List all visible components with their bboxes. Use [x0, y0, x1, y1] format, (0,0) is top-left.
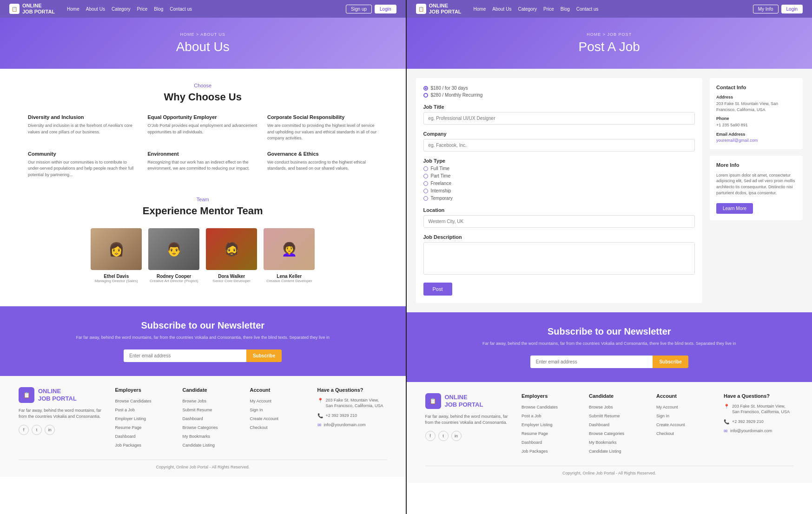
right-link-my-account[interactable]: My Account — [656, 405, 678, 409]
right-myinfo-button[interactable]: My Info — [753, 5, 779, 13]
left-link-dashboard[interactable]: Dashboard — [115, 434, 136, 439]
left-link-my-account[interactable]: My Account — [250, 399, 272, 403]
right-nav-blog[interactable]: Blog — [561, 7, 570, 12]
company-input[interactable] — [423, 139, 695, 152]
right-account-links: My Account Sign In Create Account Checko… — [656, 403, 714, 436]
post-button[interactable]: Post — [423, 283, 452, 296]
left-nav-about[interactable]: About Us — [86, 7, 105, 12]
right-account-title: Account — [656, 393, 714, 399]
left-login-button[interactable]: Login — [375, 5, 396, 13]
left-nav-blog[interactable]: Blog — [154, 7, 163, 12]
team-name-2: Rodney Cooper — [148, 274, 199, 279]
job-title-label: Job Title — [423, 104, 695, 110]
left-nav-contact[interactable]: Contact us — [170, 7, 192, 12]
learn-more-button[interactable]: Learn More — [716, 203, 753, 214]
left-twitter-icon[interactable]: t — [32, 425, 42, 435]
left-link-submit-resume[interactable]: Submit Resume — [183, 408, 212, 412]
left-link-browse-candidates[interactable]: Browse Candidates — [115, 399, 152, 403]
left-subscribe-button[interactable]: Subscribe — [246, 349, 282, 362]
left-footer-questions: Have a Questions? 📍 203 Fake St. Mountai… — [317, 387, 387, 450]
radio-temporary[interactable] — [423, 196, 428, 201]
left-link-bookmarks[interactable]: My Bookmarks — [183, 434, 211, 439]
feature-equal-opportunity: Equal Opportunity Employer O'Job Portal … — [148, 114, 258, 142]
right-link-browse-candidates[interactable]: Browse Candidates — [522, 405, 558, 409]
left-page: 📋 ONLINE JOB PORTAL Home About Us Catego… — [0, 0, 406, 514]
left-facebook-icon[interactable]: f — [19, 425, 29, 435]
right-twitter-icon[interactable]: t — [438, 431, 449, 441]
right-link-resume-page[interactable]: Resume Page — [522, 431, 548, 436]
right-link-sign-in[interactable]: Sign In — [656, 414, 669, 418]
left-link-resume-page[interactable]: Resume Page — [115, 425, 142, 430]
right-candidate-title: Candidate — [589, 393, 647, 399]
right-link-job-packages[interactable]: Job Packages — [522, 449, 548, 454]
left-link-post-job[interactable]: Post a Job — [115, 408, 135, 412]
right-link-browse-categories[interactable]: Browse Categories — [589, 431, 624, 436]
right-facebook-icon[interactable]: f — [425, 431, 436, 441]
left-questions-title: Have a Questions? — [317, 387, 387, 393]
left-newsletter-subtitle: Far far away, behind the word mountains,… — [28, 335, 378, 341]
right-footer-employers: Employers Browse Candidates Post a Job E… — [522, 393, 580, 456]
left-link-cand-dashboard[interactable]: Dashboard — [183, 416, 203, 421]
radio-full-time[interactable] — [423, 166, 428, 171]
right-nav-category[interactable]: Category — [518, 7, 537, 12]
right-link-checkout[interactable]: Checkout — [656, 431, 674, 436]
right-nav-about[interactable]: About Us — [492, 7, 511, 12]
right-instagram-icon[interactable]: in — [451, 431, 462, 441]
right-email-input[interactable] — [530, 356, 653, 368]
right-link-create-account[interactable]: Create Account — [656, 422, 685, 427]
left-signup-button[interactable]: Sign up — [346, 5, 372, 13]
right-nav-price[interactable]: Price — [543, 7, 554, 12]
right-hero-title: Post A Job — [579, 40, 640, 54]
left-link-browse-categories[interactable]: Browse Categories — [183, 425, 218, 430]
right-link-post-job[interactable]: Post a Job — [522, 414, 541, 418]
left-link-checkout[interactable]: Checkout — [250, 425, 268, 430]
right-link-employer-listing[interactable]: Employer Listing — [522, 422, 553, 427]
team-name-4: Lena Keller — [264, 274, 315, 279]
job-desc-textarea[interactable] — [423, 242, 695, 275]
right-link-submit-resume[interactable]: Submitt Resume — [589, 414, 620, 418]
right-footer-candidate: Candidate Browse Jobs Submitt Resume Das… — [589, 393, 647, 456]
right-logo-icon: 📋 — [416, 4, 426, 14]
left-team-label: Team — [28, 197, 378, 202]
right-footer-logo-icon: 📋 — [425, 393, 441, 409]
location-input[interactable] — [423, 215, 695, 228]
left-link-job-packages[interactable]: Job Packages — [115, 443, 142, 448]
plan-radio-1[interactable] — [423, 86, 428, 91]
radio-internship[interactable] — [423, 189, 428, 193]
left-footer-grid: 📋 ONLINE JOB PORTAL Far far away, behind… — [19, 387, 387, 450]
left-navbar: 📋 ONLINE JOB PORTAL Home About Us Catego… — [0, 0, 406, 18]
plan-option-2: $280 / Monthly Recurring — [423, 92, 695, 98]
right-link-candidate-listing[interactable]: Candidate Listing — [589, 449, 621, 454]
left-footer-logo: 📋 ONLINE JOB PORTAL — [19, 387, 106, 403]
plan-radio-2[interactable] — [423, 93, 428, 98]
left-nav-category[interactable]: Category — [112, 7, 131, 12]
right-subscribe-button[interactable]: Subscribe — [653, 356, 688, 368]
right-footer-email: ✉ info@yourdomain.com — [724, 428, 793, 434]
right-newsletter-title: Subscribe to our Newsletter — [435, 326, 785, 337]
radio-freelance[interactable] — [423, 181, 428, 186]
right-link-browse-jobs[interactable]: Browse Jobs — [589, 405, 613, 409]
job-title-input[interactable] — [423, 112, 695, 125]
left-instagram-icon[interactable]: in — [45, 425, 55, 435]
right-nav-contact[interactable]: Contact us — [576, 7, 599, 12]
left-link-browse-jobs[interactable]: Browse Jobs — [183, 399, 207, 403]
left-email-input[interactable] — [124, 349, 246, 362]
left-why-choose-title: Why Choose Us — [28, 91, 378, 103]
left-footer-account: Account My Account Sign In Create Accoun… — [250, 387, 308, 450]
right-nav-home[interactable]: Home — [474, 7, 486, 12]
left-nav-logo: 📋 ONLINE JOB PORTAL — [9, 3, 55, 15]
left-nav-home[interactable]: Home — [67, 7, 79, 12]
left-link-employer-listing[interactable]: Employer Listing — [115, 416, 146, 421]
right-login-button[interactable]: Login — [781, 5, 803, 13]
left-link-sign-in[interactable]: Sign In — [250, 408, 263, 412]
job-type-group: Job Type Full Time Part Time Freelanc — [423, 158, 695, 201]
left-link-create-account[interactable]: Create Account — [250, 416, 279, 421]
left-link-candidate-listing[interactable]: Candidate Listing — [183, 443, 215, 448]
radio-part-time[interactable] — [423, 174, 428, 178]
post-job-form: $180 / for 30 days $280 / Monthly Recurr… — [416, 78, 703, 303]
right-link-bookmarks[interactable]: My Bookmarks — [589, 440, 617, 445]
left-nav-price[interactable]: Price — [137, 7, 147, 12]
left-features-grid: Diversity and Inclusion Diversity and in… — [28, 114, 378, 178]
right-link-dashboard[interactable]: Dashboard — [522, 440, 542, 445]
right-link-cand-dashboard[interactable]: Dashboard — [589, 422, 609, 427]
